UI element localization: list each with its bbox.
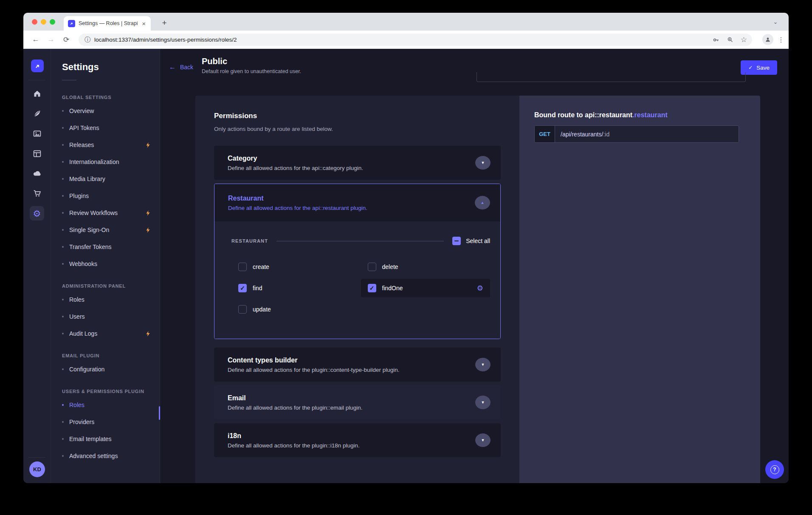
sidebar-item-internationalization[interactable]: Internationalization (62, 153, 160, 170)
accordion-title: Category (228, 155, 363, 162)
strapi-logo[interactable] (31, 59, 44, 72)
chevron-down-icon: ▼ (481, 400, 485, 405)
minimize-window-button[interactable] (41, 19, 46, 25)
save-button[interactable]: ✓ Save (741, 60, 777, 75)
advanced-settings-gear-icon[interactable]: ⚙ (477, 285, 483, 292)
accordion-i18n: i18nDefine all allowed actions for the p… (214, 423, 501, 457)
select-all-checkbox[interactable] (452, 237, 461, 245)
create-checkbox[interactable] (238, 263, 247, 271)
sidebar-item-users[interactable]: Users (62, 308, 160, 325)
bound-route-panel: Bound route to api::restaurant.restauran… (519, 96, 760, 483)
password-key-icon[interactable] (712, 36, 720, 44)
bullet-icon (62, 178, 64, 180)
sidebar-item-api-tokens[interactable]: API Tokens (62, 119, 160, 136)
sidebar-item-providers[interactable]: Providers (62, 413, 160, 430)
maximize-window-button[interactable] (50, 19, 55, 25)
tab-close-icon[interactable]: × (141, 20, 147, 27)
sidebar-item-label: Roles (69, 402, 151, 408)
select-all-label: Select all (466, 238, 490, 244)
rail-divider-bottom (28, 457, 45, 458)
site-info-icon[interactable]: ⓘ (85, 36, 90, 44)
route-path-text: /api/restaurants/ (561, 131, 603, 138)
sidebar-item-audit-logs[interactable]: Audit Logs (62, 325, 160, 342)
browser-back-button[interactable]: ← (29, 33, 42, 46)
help-button[interactable]: ? (765, 460, 784, 479)
sidebar-item-roles[interactable]: Roles (62, 396, 160, 413)
action-label-create: create (253, 263, 269, 270)
page-title: Public (202, 57, 301, 66)
sidebar-item-configuration[interactable]: Configuration (62, 361, 160, 378)
action-label-delete: delete (382, 263, 398, 270)
tab-search-chevron-icon[interactable]: ⌄ (770, 16, 781, 27)
sidebar-item-plugins[interactable]: Plugins (62, 187, 160, 204)
window-controls[interactable] (32, 19, 55, 25)
accordion-header-content-types-builder[interactable]: Content types builderDefine all allowed … (214, 348, 501, 382)
bullet-icon (62, 127, 64, 129)
page-subtitle: Default role given to unauthenticated us… (202, 68, 301, 74)
update-checkbox[interactable] (238, 305, 247, 314)
rail-content-manager-icon[interactable] (30, 106, 44, 121)
permission-action-create: create (231, 256, 361, 277)
sidebar-item-advanced-settings[interactable]: Advanced settings (62, 447, 160, 464)
rail-content-type-builder-icon[interactable] (30, 146, 44, 161)
browser-tab[interactable]: Settings — Roles | Strapi × (64, 16, 151, 31)
sidebar-item-overview[interactable]: Overview (62, 102, 160, 119)
premium-bolt-icon (145, 331, 151, 337)
sidebar-item-label: Media Library (69, 175, 151, 182)
accordion-header-i18n[interactable]: i18nDefine all allowed actions for the p… (214, 423, 501, 457)
save-label: Save (756, 65, 770, 71)
accordion-title: i18n (228, 432, 360, 440)
back-arrow-icon: ← (169, 63, 176, 71)
accordion-collapse-button[interactable]: ▲ (475, 196, 490, 209)
user-avatar[interactable]: KD (29, 461, 45, 477)
subnav-divider (62, 80, 76, 80)
sidebar-item-roles[interactable]: Roles (62, 291, 160, 308)
zoom-icon[interactable] (727, 36, 734, 43)
find-checkbox[interactable]: ✓ (238, 284, 247, 292)
bullet-icon (62, 246, 64, 248)
main-nav-rail: ⚙ KD (23, 49, 51, 483)
sidebar-item-review-workflows[interactable]: Review Workflows (62, 204, 160, 221)
accordion-expand-button[interactable]: ▼ (475, 358, 491, 371)
accordion-title: Email (228, 394, 362, 402)
accordion-expand-button[interactable]: ▼ (475, 396, 491, 409)
browser-profile-avatar[interactable] (762, 34, 773, 45)
section-divider (276, 241, 444, 241)
bullet-icon (62, 195, 64, 197)
browser-menu-icon[interactable]: ⋮ (778, 36, 784, 44)
back-link[interactable]: ← Back (169, 63, 193, 71)
sidebar-item-single-sign-on[interactable]: Single Sign-On (62, 221, 160, 238)
rail-media-library-icon[interactable] (30, 126, 44, 141)
nav-section-header: USERS & PERMISSIONS PLUGIN (62, 389, 160, 394)
accordion-expand-button[interactable]: ▼ (475, 156, 491, 170)
delete-checkbox[interactable] (368, 263, 376, 271)
close-window-button[interactable] (32, 19, 37, 25)
rail-marketplace-icon[interactable] (30, 186, 44, 201)
accordion-header-category[interactable]: CategoryDefine all allowed actions for t… (214, 146, 501, 180)
bookmark-star-icon[interactable]: ☆ (741, 35, 747, 44)
bullet-icon (62, 316, 64, 317)
rail-settings-icon[interactable]: ⚙ (30, 206, 44, 221)
browser-forward-button[interactable]: → (45, 33, 57, 46)
scrolled-input-fragment (476, 72, 746, 82)
action-label-update: update (253, 306, 271, 313)
accordion-header-restaurant[interactable]: RestaurantDefine all allowed actions for… (214, 184, 500, 221)
rail-deploy-icon[interactable] (30, 166, 44, 181)
rail-home-icon[interactable] (30, 86, 44, 101)
sidebar-item-email-templates[interactable]: Email templates (62, 430, 160, 447)
url-bar[interactable]: ⓘ localhost:1337/admin/settings/users-pe… (79, 34, 752, 46)
sidebar-item-releases[interactable]: Releases (62, 136, 160, 153)
sidebar-item-media-library[interactable]: Media Library (62, 170, 160, 187)
chevron-down-icon: ▼ (481, 362, 485, 367)
accordion-header-email[interactable]: EmailDefine all allowed actions for the … (214, 385, 501, 419)
tab-title: Settings — Roles | Strapi (79, 20, 138, 26)
sidebar-item-webhooks[interactable]: Webhooks (62, 255, 160, 272)
sidebar-item-transfer-tokens[interactable]: Transfer Tokens (62, 238, 160, 255)
browser-reload-button[interactable]: ⟳ (60, 33, 73, 46)
permissions-panel: Permissions Only actions bound by a rout… (195, 96, 519, 483)
accordion-expand-button[interactable]: ▼ (475, 433, 491, 447)
new-tab-button[interactable]: + (158, 17, 170, 29)
findOne-checkbox[interactable]: ✓ (368, 284, 376, 292)
chevron-down-icon: ▼ (481, 438, 485, 442)
nav-section-header: EMAIL PLUGIN (62, 353, 160, 358)
